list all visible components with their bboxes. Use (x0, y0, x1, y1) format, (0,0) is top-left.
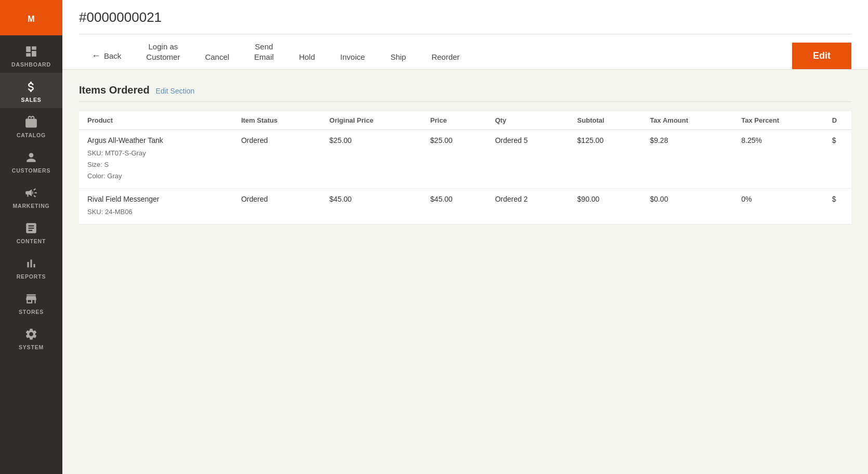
original-price-cell: $45.00 (321, 189, 422, 225)
cancel-button[interactable]: Cancel (192, 45, 242, 70)
sidebar-item-customers[interactable]: CUSTOMERS (0, 143, 62, 179)
items-ordered-table: Product Item Status Original Price Price… (79, 111, 851, 225)
price-cell: $45.00 (422, 189, 487, 225)
toolbar: ← Back Login asCustomer Cancel SendEmail… (79, 34, 851, 69)
sidebar-item-reports[interactable]: REPORTS (0, 249, 62, 285)
send-email-button[interactable]: SendEmail (242, 34, 286, 69)
sidebar-item-stores[interactable]: STORES (0, 285, 62, 320)
product-meta: SKU: MT07-S-Gray Size: S Color: Gray (87, 148, 225, 182)
sidebar-item-sales[interactable]: SALES (0, 73, 62, 108)
sidebar-logo: M (0, 0, 62, 35)
col-tax-percent: Tax Percent (733, 111, 823, 130)
product-cell: Rival Field Messenger SKU: 24-MB06 (79, 189, 233, 225)
product-meta: SKU: 24-MB06 (87, 206, 225, 218)
catalog-icon (24, 115, 38, 129)
order-id: #0000000021 (79, 9, 851, 25)
col-subtotal: Subtotal (569, 111, 642, 130)
col-qty: Qty (486, 111, 569, 130)
sidebar-item-marketing[interactable]: MARKETING (0, 179, 62, 214)
reorder-button[interactable]: Reorder (419, 45, 472, 70)
item-status-cell: Ordered (233, 130, 321, 189)
col-original-price: Original Price (321, 111, 422, 130)
table-row: Argus All-Weather Tank SKU: MT07-S-Gray … (79, 130, 851, 189)
table-header-row: Product Item Status Original Price Price… (79, 111, 851, 130)
back-button[interactable]: ← Back (79, 43, 134, 69)
invoice-button[interactable]: Invoice (328, 45, 378, 70)
edit-section-link[interactable]: Edit Section (156, 87, 195, 95)
col-product: Product (79, 111, 233, 130)
main-content: #0000000021 ← Back Login asCustomer Canc… (62, 0, 868, 474)
send-email-label: SendEmail (254, 42, 274, 62)
qty-cell: Ordered 2 (486, 189, 569, 225)
item-status-cell: Ordered (233, 189, 321, 225)
subtotal-cell: $125.00 (569, 130, 642, 189)
customers-icon (24, 151, 38, 164)
tax-percent-cell: 0% (733, 189, 823, 225)
discount-cell: $ (824, 130, 851, 189)
magento-logo-icon: M (20, 7, 43, 30)
col-price: Price (422, 111, 487, 130)
section-title: Items Ordered (79, 84, 150, 96)
sidebar-item-content[interactable]: CONTENT (0, 214, 62, 249)
login-as-customer-button[interactable]: Login asCustomer (134, 34, 192, 69)
table-row: Rival Field Messenger SKU: 24-MB06 Order… (79, 189, 851, 225)
col-tax-amount: Tax Amount (641, 111, 733, 130)
price-cell: $25.00 (422, 130, 487, 189)
product-name: Rival Field Messenger (87, 195, 225, 203)
content-area: Items Ordered Edit Section Product Item … (62, 70, 868, 474)
reports-icon (24, 257, 38, 270)
sales-icon (24, 80, 38, 94)
system-icon (24, 327, 38, 341)
col-discount: D (824, 111, 851, 130)
stores-icon (24, 292, 38, 306)
subtotal-cell: $90.00 (569, 189, 642, 225)
col-item-status: Item Status (233, 111, 321, 130)
items-ordered-section-header: Items Ordered Edit Section (79, 84, 851, 102)
original-price-cell: $25.00 (321, 130, 422, 189)
page-header: #0000000021 ← Back Login asCustomer Canc… (62, 0, 868, 70)
hold-button[interactable]: Hold (286, 45, 328, 70)
discount-cell: $ (824, 189, 851, 225)
ship-button[interactable]: Ship (377, 45, 419, 70)
product-name: Argus All-Weather Tank (87, 136, 225, 144)
sidebar: M DASHBOARD SALES CATALOG CUSTOMERS MARK (0, 0, 62, 474)
tax-amount-cell: $9.28 (641, 130, 733, 189)
svg-text:M: M (28, 15, 34, 23)
product-cell: Argus All-Weather Tank SKU: MT07-S-Gray … (79, 130, 233, 189)
tax-percent-cell: 8.25% (733, 130, 823, 189)
tax-amount-cell: $0.00 (641, 189, 733, 225)
sidebar-item-catalog[interactable]: CATALOG (0, 108, 62, 143)
dashboard-icon (24, 45, 38, 58)
marketing-icon (24, 186, 38, 200)
qty-cell: Ordered 5 (486, 130, 569, 189)
login-as-customer-label: Login asCustomer (146, 42, 180, 62)
sidebar-item-system[interactable]: SYSTEM (0, 320, 62, 356)
edit-button[interactable]: Edit (792, 43, 851, 69)
back-arrow-icon: ← (91, 50, 101, 62)
sidebar-item-dashboard[interactable]: DASHBOARD (0, 37, 62, 73)
content-icon (24, 221, 38, 235)
